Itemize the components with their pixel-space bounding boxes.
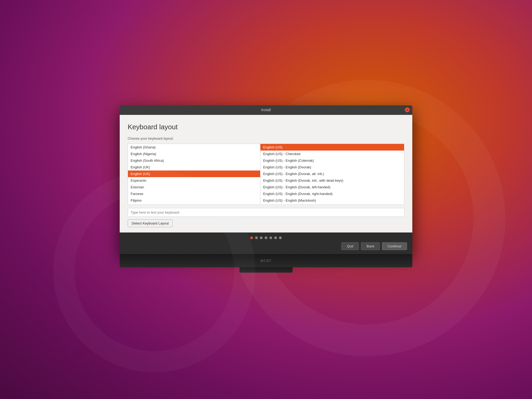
titlebar: Install × bbox=[120, 105, 412, 115]
dialog-footer: Quit Back Continue bbox=[120, 232, 412, 254]
monitor-bezel: acer bbox=[120, 254, 412, 267]
nav-dot-3 bbox=[260, 236, 263, 239]
nav-dot-1 bbox=[250, 236, 253, 239]
back-button[interactable]: Back bbox=[361, 242, 380, 250]
nav-dot-5 bbox=[269, 236, 272, 239]
list-item[interactable]: Filipino bbox=[128, 197, 260, 204]
subtitle: Choose your keyboard layout: bbox=[128, 136, 404, 140]
back-label: Back bbox=[367, 244, 374, 248]
right-list-item[interactable]: English (US) - English (Dvorak, left-han… bbox=[260, 184, 404, 190]
list-item[interactable]: Esperanto bbox=[128, 177, 260, 184]
list-item[interactable]: English (Ghana) bbox=[128, 144, 260, 151]
list-item[interactable]: Faroese bbox=[128, 190, 260, 197]
page-title: Keyboard layout bbox=[128, 123, 404, 131]
left-list[interactable]: English (Ghana) English (Nigeria) Englis… bbox=[128, 144, 260, 205]
quit-label: Quit bbox=[347, 244, 353, 248]
keyboard-test-input[interactable] bbox=[128, 208, 404, 217]
close-icon: × bbox=[406, 108, 408, 111]
nav-dot-6 bbox=[274, 236, 277, 239]
detect-keyboard-label: Detect Keyboard Layout bbox=[132, 221, 169, 225]
list-item[interactable]: English (UK) bbox=[128, 164, 260, 171]
continue-label: Continue bbox=[388, 244, 401, 248]
list-item[interactable]: English (Nigeria) bbox=[128, 151, 260, 157]
list-item-selected[interactable]: English (US) bbox=[128, 171, 260, 177]
right-list-item-selected[interactable]: English (US) bbox=[260, 144, 404, 151]
window-title: Install bbox=[261, 108, 271, 112]
layout-selector: English (Ghana) English (Nigeria) Englis… bbox=[128, 144, 404, 205]
monitor-brand: acer bbox=[260, 258, 272, 263]
dialog-window: Install × Keyboard layout Choose your ke… bbox=[120, 105, 412, 254]
right-list-item[interactable]: English (US) - English (Dvorak, alt. int… bbox=[260, 171, 404, 177]
continue-button[interactable]: Continue bbox=[382, 242, 407, 250]
list-item[interactable]: Estonian bbox=[128, 184, 260, 190]
dialog-content: Keyboard layout Choose your keyboard lay… bbox=[120, 115, 412, 232]
nav-dot-4 bbox=[265, 236, 267, 239]
detect-keyboard-button[interactable]: Detect Keyboard Layout bbox=[128, 219, 173, 227]
nav-dot-7 bbox=[279, 236, 282, 239]
close-button[interactable]: × bbox=[405, 107, 410, 112]
right-list-item[interactable]: English (US) - English (Dvorak) bbox=[260, 164, 404, 171]
right-list-item[interactable]: English (US) - English (Dvorak, intl., w… bbox=[260, 177, 404, 184]
right-list-item[interactable]: English (US) - English (Colemak) bbox=[260, 157, 404, 164]
quit-button[interactable]: Quit bbox=[341, 242, 359, 250]
nav-buttons: Quit Back Continue bbox=[341, 242, 407, 250]
right-list-item[interactable]: English (US) - English (Macintosh) bbox=[260, 197, 404, 204]
monitor-stand bbox=[239, 267, 293, 273]
right-list[interactable]: English (US) English (US) - Cherokee Eng… bbox=[260, 144, 404, 205]
list-item[interactable]: English (South Africa) bbox=[128, 157, 260, 164]
monitor-frame: Install × Keyboard layout Choose your ke… bbox=[120, 105, 412, 273]
nav-dot-2 bbox=[255, 236, 258, 239]
nav-dots bbox=[250, 236, 282, 239]
right-list-item[interactable]: English (US) - English (Dvorak, right-ha… bbox=[260, 190, 404, 197]
right-list-item[interactable]: English (US) - Cherokee bbox=[260, 151, 404, 157]
